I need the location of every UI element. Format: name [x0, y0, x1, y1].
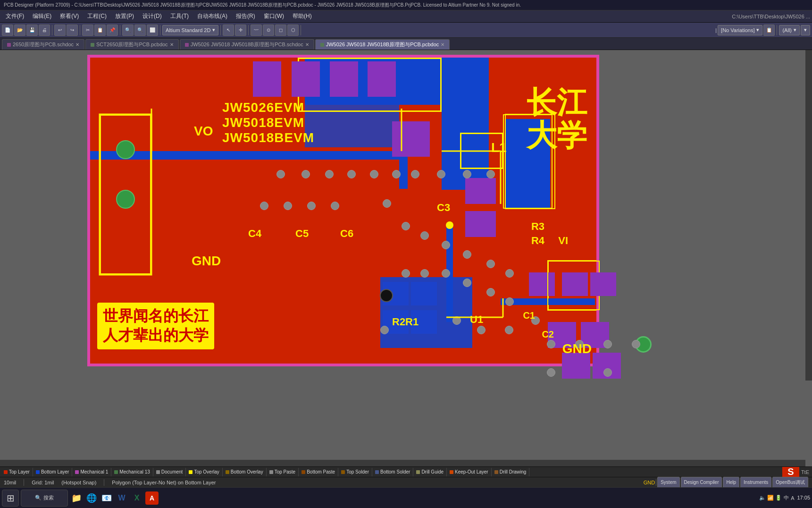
- layer-bottom[interactable]: Bottom Layer: [33, 468, 72, 476]
- tb-zoom-out[interactable]: 🔍: [134, 25, 146, 36]
- tab-icon-0: [7, 43, 11, 47]
- status-system-btn[interactable]: System: [657, 477, 679, 488]
- pad-r-3: [590, 272, 616, 296]
- tb-open[interactable]: 📂: [14, 25, 25, 36]
- search-button[interactable]: 🔍 搜索: [21, 490, 68, 507]
- taskbar-browser[interactable]: 🌐: [85, 491, 98, 505]
- tb-undo[interactable]: ↩: [54, 25, 66, 36]
- status-grid: 10mil: [4, 480, 16, 485]
- tab-close-3[interactable]: ✕: [441, 42, 444, 47]
- status-compiler-btn[interactable]: Design Compiler: [681, 477, 722, 488]
- layer-dropdown[interactable]: ▾: [801, 25, 810, 35]
- menu-tools[interactable]: 工具(T): [167, 11, 193, 21]
- menu-autoroute[interactable]: 自动布线(A): [193, 11, 231, 21]
- taskbar-mail[interactable]: 📧: [100, 491, 113, 505]
- start-button[interactable]: ⊞: [2, 490, 19, 507]
- toolbar: 📄 📂 💾 🖨 ↩ ↪ ✂ 📋 📌 🔍 🔍 ⬜ Altium Standard …: [0, 23, 812, 38]
- tb-cut[interactable]: ✂: [82, 25, 93, 36]
- taskbar-excel[interactable]: X: [130, 491, 143, 505]
- tab-1[interactable]: SCT2650原理图与PCB.pcbdoc ✕: [85, 39, 179, 50]
- menu-design[interactable]: 设计(D): [139, 11, 166, 21]
- pad-top-3: [330, 61, 358, 97]
- tb-paste[interactable]: 📌: [107, 25, 118, 36]
- layer-top-solder[interactable]: Top Solder: [338, 468, 372, 476]
- tab-close-1[interactable]: ✕: [170, 42, 174, 47]
- horizontal-scrollbar[interactable]: [0, 460, 805, 466]
- sys-tray: 🔈 📶 🔋 中 A: [759, 494, 794, 501]
- tab-2[interactable]: JW5026 JW5018 JW5018B原理图与PCB.schdoc ✕: [180, 39, 314, 50]
- tb-pad[interactable]: ◻: [275, 25, 286, 36]
- tab-close-0[interactable]: ✕: [75, 42, 79, 47]
- tb-move[interactable]: ✛: [235, 25, 246, 36]
- layer-drill-drawing[interactable]: Drill Drawing: [492, 468, 530, 476]
- tb-zoom-in[interactable]: 🔍: [122, 25, 134, 36]
- menu-file[interactable]: 文件(F): [2, 11, 28, 21]
- pad-top-5: [392, 121, 430, 157]
- tb-var-btn1[interactable]: 📋: [763, 25, 775, 36]
- layer-doc[interactable]: Document: [153, 468, 186, 476]
- layer-bot-overlay[interactable]: Bottom Overlay: [223, 468, 267, 476]
- layer-top-overlay[interactable]: Top Overlay: [186, 468, 222, 476]
- layer-dot-top-solder: [341, 470, 345, 474]
- all-dropdown[interactable]: (All) ▾: [779, 25, 800, 35]
- pcb-vo: VO: [194, 124, 213, 139]
- tb-zoom-fit[interactable]: ⬜: [147, 25, 158, 36]
- layer-mech13[interactable]: Mechanical 13: [111, 468, 153, 476]
- variation-dropdown[interactable]: [No Variations] ▾: [718, 25, 762, 35]
- main-canvas-area[interactable]: JW5026EVM JW5018EVM JW5018BEVM 长江 大学 VO …: [0, 50, 812, 466]
- tb-redo[interactable]: ↪: [67, 25, 78, 36]
- tb-polygon[interactable]: ⬡: [287, 25, 299, 36]
- tb-new[interactable]: 📄: [2, 25, 13, 36]
- tb-net[interactable]: 〰: [251, 25, 262, 36]
- drill-23: [420, 269, 429, 278]
- pcb-u1: U1: [470, 313, 483, 326]
- layer-top-paste[interactable]: Top Paste: [267, 468, 299, 476]
- tab-3[interactable]: JW5026 JW5018 JW5018B原理图与PCB.pcbdoc ✕: [315, 39, 450, 50]
- menu-edit[interactable]: 编辑(E): [29, 11, 55, 21]
- vertical-scrollbar[interactable]: [805, 50, 812, 381]
- tb-save[interactable]: 💾: [26, 25, 38, 36]
- title-text: PCB Designer (Platform 27009) - C:\Users…: [4, 2, 521, 8]
- taskbar-pcb[interactable]: A: [145, 491, 159, 505]
- layer-dot-bottom: [36, 470, 40, 474]
- menu-place[interactable]: 放置(P): [111, 11, 138, 21]
- status-openbus-btn[interactable]: OpenBus调试: [772, 477, 808, 488]
- clock[interactable]: 17:05: [797, 494, 810, 501]
- tab-0[interactable]: 2650原理图与PCB.schdoc ✕: [2, 39, 84, 50]
- menu-bar: 文件(F) 编辑(E) 察看(V) 工程(C) 放置(P) 设计(D) 工具(T…: [0, 10, 812, 23]
- pad-r-2: [562, 272, 588, 296]
- menu-report[interactable]: 报告(R): [232, 11, 259, 21]
- status-instruments-btn[interactable]: Instruments: [740, 477, 771, 488]
- sep1: [52, 25, 52, 35]
- pad-c2-1: [562, 353, 590, 379]
- variation-label: |: [715, 27, 717, 33]
- menu-view[interactable]: 察看(V): [56, 11, 83, 21]
- layer-dot-bot-paste: [301, 470, 305, 474]
- drill-11: [383, 199, 391, 208]
- layer-dot-top: [4, 470, 8, 474]
- menu-window[interactable]: 窗口(W): [260, 11, 288, 21]
- layer-mech1[interactable]: Mechanical 1: [72, 468, 111, 476]
- drill-3: [325, 170, 334, 178]
- layer-keepout[interactable]: Keep-Out Layer: [447, 468, 492, 476]
- menu-help[interactable]: 帮助(H): [289, 11, 316, 21]
- sep4: [160, 25, 160, 35]
- drill-4: [347, 170, 356, 178]
- pcb-board[interactable]: JW5026EVM JW5018EVM JW5018BEVM 长江 大学 VO …: [87, 55, 599, 366]
- layer-top[interactable]: Top Layer: [1, 468, 33, 476]
- tb-copy[interactable]: 📋: [94, 25, 106, 36]
- layer-bot-paste[interactable]: Bottom Paste: [299, 468, 338, 476]
- taskbar-word[interactable]: W: [115, 491, 128, 505]
- altium-logo: S: [782, 466, 799, 477]
- taskbar-file-explorer[interactable]: 📁: [70, 491, 83, 505]
- tb-print[interactable]: 🖨: [39, 25, 50, 36]
- tb-select[interactable]: ↖: [223, 25, 234, 36]
- pcb-r3: R3: [531, 220, 544, 233]
- tb-via[interactable]: ⊙: [263, 25, 274, 36]
- view-dropdown[interactable]: Altium Standard 2D ▾: [162, 25, 218, 35]
- tab-close-2[interactable]: ✕: [305, 42, 309, 47]
- layer-drill-guide[interactable]: Drill Guide: [413, 468, 447, 476]
- layer-bot-solder[interactable]: Bottom Solder: [372, 468, 413, 476]
- menu-project[interactable]: 工程(C): [84, 11, 110, 21]
- status-help-btn[interactable]: Help: [723, 477, 739, 488]
